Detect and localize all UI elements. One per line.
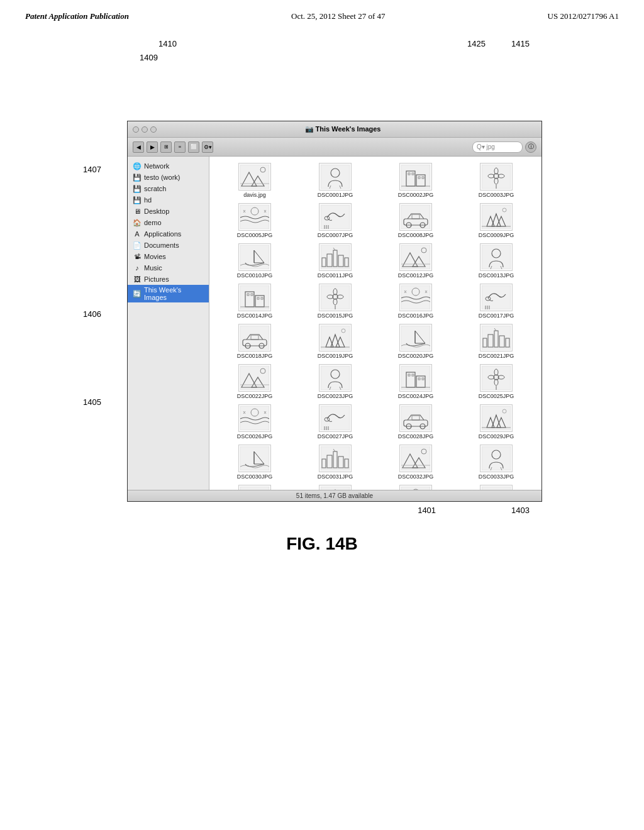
- file-name-label: DSC0010JPG: [237, 272, 273, 279]
- file-name-label: DSC0017JPG: [479, 313, 514, 319]
- sidebar-item-music[interactable]: ♪ Music: [128, 262, 209, 274]
- file-thumbnail: [480, 163, 513, 191]
- sidebar-item-movies[interactable]: 📽 Movies: [128, 251, 209, 262]
- sidebar-item-pictures[interactable]: 🖼 Pictures: [128, 274, 209, 285]
- back-button[interactable]: ◀: [133, 141, 144, 153]
- file-thumbnail: [238, 203, 271, 231]
- movies-icon: 📽: [133, 252, 142, 261]
- file-item[interactable]: DSC0008JPG: [377, 203, 455, 238]
- diagram-area: 1410 1409 1425 1415 1407 1406 1405 📷: [0, 26, 644, 528]
- file-thumbnail: [480, 404, 513, 432]
- maximize-button[interactable]: [150, 126, 157, 133]
- action-button[interactable]: ⚙▾: [202, 141, 213, 153]
- file-icon-grid: davis.jpg DSC0001JPG DSC0002JPG: [216, 163, 535, 490]
- svg-rect-95: [401, 326, 430, 350]
- file-item[interactable]: DSC0026JPG: [216, 404, 294, 440]
- column-view-button[interactable]: ⬜: [188, 141, 199, 153]
- file-item[interactable]: DSC0037JPG: [457, 485, 535, 490]
- file-item[interactable]: DSC0010JPG: [216, 243, 294, 279]
- sidebar-item-network[interactable]: 🌐 Network: [128, 160, 209, 172]
- sidebar-item-this-weeks-images[interactable]: 🔄 This Week's Images: [128, 285, 209, 302]
- ref-1410: 1410: [158, 39, 177, 48]
- sidebar-item-demo[interactable]: 🏠 demo: [128, 217, 209, 228]
- file-item[interactable]: DSC0017JPG: [457, 284, 535, 319]
- file-item[interactable]: DSC0034JPG: [216, 485, 294, 490]
- file-item[interactable]: DSC0027JPG: [296, 404, 374, 440]
- status-bar: 51 items, 1.47 GB available: [128, 490, 541, 501]
- file-name-label: DSC0019JPG: [318, 353, 353, 359]
- file-item[interactable]: DSC0024JPG: [377, 364, 455, 399]
- file-name-label: DSC0028JPG: [398, 433, 434, 440]
- sidebar-item-testo[interactable]: 💾 testo (work): [128, 172, 209, 183]
- file-item[interactable]: DSC0003JPG: [457, 163, 535, 198]
- ref-1403: 1403: [511, 506, 530, 515]
- file-name-label: DSC0026JPG: [237, 433, 273, 440]
- file-item[interactable]: DSC0019JPG: [296, 324, 374, 359]
- content-area[interactable]: davis.jpg DSC0001JPG DSC0002JPG: [209, 157, 541, 490]
- ref-1406: 1406: [83, 309, 101, 319]
- window-controls[interactable]: [133, 126, 157, 133]
- file-thumbnail: [319, 324, 352, 351]
- file-item[interactable]: DSC0036JPG: [377, 485, 455, 490]
- sidebar-item-applications[interactable]: A Applications: [128, 228, 209, 240]
- search-placeholder: Q▾ jpg: [477, 143, 495, 150]
- search-box[interactable]: Q▾ jpg: [472, 141, 523, 153]
- sidebar-label-testo: testo (work): [144, 174, 180, 181]
- window-body: 🌐 Network 💾 testo (work) 💾 scratch 💾 hd: [128, 157, 541, 490]
- file-thumbnail: [399, 445, 432, 472]
- file-item[interactable]: DSC0018JPG: [216, 324, 294, 359]
- file-item[interactable]: DSC0016JPG: [377, 284, 455, 319]
- file-item[interactable]: DSC0031JPG: [296, 445, 374, 480]
- file-item[interactable]: DSC0035JPG: [296, 485, 374, 490]
- file-item[interactable]: DSC0014JPG: [216, 284, 294, 319]
- file-item[interactable]: DSC0028JPG: [377, 404, 455, 440]
- file-thumbnail: [238, 284, 271, 311]
- file-name-label: DSC0032JPG: [398, 473, 434, 480]
- file-item[interactable]: DSC0002JPG: [377, 163, 455, 198]
- sidebar-item-documents[interactable]: 📄 Documents: [128, 240, 209, 251]
- info-button[interactable]: ⓘ: [525, 141, 536, 153]
- file-thumbnail: [399, 364, 432, 392]
- file-item[interactable]: DSC0021JPG: [457, 324, 535, 359]
- file-item[interactable]: DSC0009JPG: [457, 203, 535, 238]
- file-item[interactable]: DSC0012JPG: [377, 243, 455, 279]
- svg-rect-9: [401, 165, 430, 189]
- file-thumbnail: [480, 445, 513, 472]
- toolbar[interactable]: ◀ ▶ ⊞ ≡ ⬜ ⚙▾ Q▾ jpg ⓘ: [128, 138, 541, 157]
- minimize-button[interactable]: [142, 126, 148, 133]
- file-thumbnail: [238, 485, 271, 490]
- file-thumbnail: [238, 243, 271, 271]
- file-item[interactable]: DSC0020JPG: [377, 324, 455, 359]
- close-button[interactable]: [133, 126, 139, 133]
- icon-view-button[interactable]: ⊞: [160, 141, 172, 153]
- sidebar-item-hd[interactable]: 💾 hd: [128, 194, 209, 206]
- file-item[interactable]: DSC0005JPG: [216, 203, 294, 238]
- publication-date-sheet: Oct. 25, 2012 Sheet 27 of 47: [291, 11, 385, 21]
- file-name-label: DSC0025JPG: [479, 393, 514, 399]
- file-item[interactable]: DSC0032JPG: [377, 445, 455, 480]
- file-item[interactable]: DSC0030JPG: [216, 445, 294, 480]
- file-thumbnail: [399, 243, 432, 271]
- file-item[interactable]: DSC0011JPG: [296, 243, 374, 279]
- testo-icon: 💾: [133, 173, 142, 182]
- file-item[interactable]: DSC0033JPG: [457, 445, 535, 480]
- file-thumbnail: [319, 404, 352, 432]
- file-item[interactable]: davis.jpg: [216, 163, 294, 198]
- svg-rect-42: [240, 245, 269, 269]
- file-item[interactable]: DSC0025JPG: [457, 364, 535, 399]
- sidebar-item-scratch[interactable]: 💾 scratch: [128, 183, 209, 194]
- file-item[interactable]: DSC0007JPG: [296, 203, 374, 238]
- desktop-icon: 🖥: [133, 207, 142, 216]
- sidebar-item-desktop[interactable]: 🖥 Desktop: [128, 206, 209, 217]
- file-item[interactable]: DSC0029JPG: [457, 404, 535, 440]
- file-item[interactable]: DSC0013JPG: [457, 243, 535, 279]
- file-item[interactable]: DSC0023JPG: [296, 364, 374, 399]
- list-view-button[interactable]: ≡: [174, 141, 186, 153]
- file-item[interactable]: DSC0015JPG: [296, 284, 374, 319]
- window-title: 📷 This Week's Images: [162, 125, 524, 133]
- file-item[interactable]: DSC0022JPG: [216, 364, 294, 399]
- file-thumbnail: [319, 445, 352, 472]
- title-bar[interactable]: 📷 This Week's Images: [128, 121, 541, 138]
- forward-button[interactable]: ▶: [147, 141, 158, 153]
- file-item[interactable]: DSC0001JPG: [296, 163, 374, 198]
